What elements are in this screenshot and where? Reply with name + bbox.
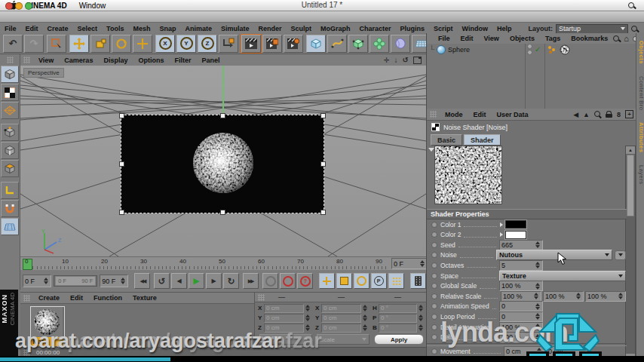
anim-dot[interactable] <box>431 293 437 299</box>
autokey-button[interactable] <box>280 273 296 289</box>
om-menu-file[interactable]: File <box>433 35 455 42</box>
enable-check-icon[interactable]: ✓ <box>535 45 541 54</box>
tab-layers[interactable]: Layers <box>636 161 644 189</box>
add-mograph-button[interactable] <box>370 35 389 53</box>
rot-p-field[interactable]: 0 ° <box>379 314 417 323</box>
workplane-mode-button[interactable] <box>1 102 19 119</box>
relative-scale-x-field[interactable]: 100 % <box>501 291 541 302</box>
mat-menu-create[interactable]: Create <box>33 294 65 302</box>
region-handle[interactable] <box>119 210 124 215</box>
seed-field[interactable]: 665 <box>499 240 543 250</box>
lock-y-axis-button[interactable]: Y <box>176 35 196 53</box>
anim-dot[interactable] <box>431 273 437 279</box>
current-frame-field[interactable]: 0 F <box>391 258 428 269</box>
menu-character[interactable]: Character <box>355 25 396 32</box>
om-menu-bookmarks[interactable]: Bookmarks <box>566 35 613 42</box>
relative-scale-y-field[interactable]: 100 % <box>543 291 584 302</box>
history-forward-icon[interactable]: ▲ <box>583 111 590 118</box>
loop-button[interactable]: ↻ <box>223 273 239 289</box>
region-handle[interactable] <box>119 113 124 118</box>
viewport-label[interactable]: Perspective <box>23 68 64 78</box>
history-back-icon[interactable]: ◀ <box>573 111 578 118</box>
model-mode-button[interactable] <box>1 66 19 83</box>
tab-shader[interactable]: Shader <box>464 134 501 146</box>
expand-triangle-icon[interactable] <box>500 232 503 237</box>
timeline-ruler[interactable]: 0 10 20 30 40 50 60 70 80 90 <box>20 257 388 271</box>
history-list-icon[interactable]: 8 <box>617 111 621 118</box>
next-frame-button[interactable]: ▶ <box>206 273 222 289</box>
render-region[interactable] <box>121 115 324 213</box>
scroll-up-icon[interactable]: ▲ <box>626 146 635 154</box>
mat-menu-texture[interactable]: Texture <box>127 294 162 302</box>
am-menu-userdata[interactable]: User Data <box>492 111 534 118</box>
play-reverse-button[interactable]: ↺ <box>154 273 170 289</box>
global-scale-field[interactable]: 100 % <box>499 281 543 291</box>
previous-frame-button[interactable]: ◀ <box>171 273 187 289</box>
add-cube-object-button[interactable] <box>306 35 326 53</box>
search-commander-icon[interactable] <box>631 26 638 32</box>
coordinate-system-button[interactable] <box>219 35 238 53</box>
region-handle[interactable] <box>320 210 326 215</box>
am-menu-edit[interactable]: Edit <box>468 111 492 118</box>
anim-dot[interactable] <box>431 314 437 320</box>
anim-dot[interactable] <box>431 222 437 228</box>
render-to-picture-viewer-button[interactable] <box>262 35 282 53</box>
anim-dot[interactable] <box>431 242 437 248</box>
color2-swatch[interactable] <box>505 231 526 239</box>
om-menu-view[interactable]: View <box>479 35 504 42</box>
frame-end-field[interactable]: 90 F <box>100 275 128 287</box>
menu-help[interactable]: Help <box>492 25 517 32</box>
new-panel-icon[interactable]: + <box>625 110 633 118</box>
viewport-toggle-icon[interactable] <box>413 57 422 64</box>
menu-window[interactable]: Window <box>458 25 492 32</box>
frame-start-field[interactable]: 0 F <box>23 275 51 287</box>
anim-dot[interactable] <box>431 262 437 268</box>
lock-x-axis-button[interactable]: X <box>155 35 175 53</box>
om-menu-edit[interactable]: Edit <box>455 35 479 42</box>
expand-triangle-icon[interactable] <box>500 222 503 227</box>
om-menu-objects[interactable]: Objects <box>504 35 540 42</box>
visibility-dot-top[interactable] <box>527 44 532 49</box>
tab-attributes[interactable]: Attributes <box>636 118 644 157</box>
am-search-icon[interactable] <box>594 111 601 118</box>
menu-snap[interactable]: Snap <box>155 25 180 32</box>
region-handle[interactable] <box>220 210 225 215</box>
tab-objects[interactable]: Objects <box>636 36 644 69</box>
record-rotation-toggle[interactable] <box>354 273 370 289</box>
menu-mograph[interactable]: MoGraph <box>316 25 355 32</box>
menu-edit[interactable]: Edit <box>21 25 43 32</box>
scale-y-field[interactable]: 0 cm <box>321 314 361 323</box>
scale-tool-button[interactable] <box>90 35 110 53</box>
anim-dot[interactable] <box>431 283 437 289</box>
record-pla-toggle[interactable] <box>388 273 404 289</box>
pos-y-field[interactable]: 0 cm <box>264 314 304 323</box>
am-menu-mode[interactable]: Mode <box>440 111 468 118</box>
live-selection-tool-button[interactable] <box>47 35 66 53</box>
texture-tag-icon[interactable] <box>560 44 570 55</box>
noise-sphere-object[interactable] <box>191 130 256 195</box>
rotate-tool-button[interactable] <box>112 35 131 53</box>
coordinate-space-dropdown[interactable]: World <box>259 334 312 345</box>
play-forward-button[interactable]: ▶ <box>189 273 204 289</box>
noise-type-dropdown[interactable]: Nutous <box>496 250 612 260</box>
region-handle[interactable] <box>220 113 225 118</box>
vp-menu-display[interactable]: Display <box>98 57 133 64</box>
tab-basic[interactable]: Basic <box>431 134 462 146</box>
last-tool-button[interactable] <box>133 35 152 53</box>
transform-mode-dropdown[interactable]: Scale <box>317 334 370 345</box>
polygons-mode-button[interactable] <box>1 160 19 177</box>
anim-dot[interactable] <box>431 303 437 309</box>
anim-dot[interactable] <box>431 334 437 340</box>
material-item[interactable]: Mat <box>30 306 65 348</box>
timeline-filmstrip-button[interactable] <box>410 273 426 289</box>
undo-button[interactable]: ↶ <box>3 35 23 53</box>
menu-simulate[interactable]: Simulate <box>216 25 254 32</box>
color1-swatch[interactable] <box>505 220 526 229</box>
redo-button[interactable]: ↷ <box>24 35 44 53</box>
om-search-icon[interactable] <box>613 35 620 42</box>
region-handle[interactable] <box>119 161 124 167</box>
move-tool-button[interactable] <box>69 35 89 53</box>
menu-create[interactable]: Create <box>43 25 73 32</box>
add-deformer-button[interactable] <box>391 35 410 53</box>
viewport[interactable]: Perspective Y Z <box>20 66 426 256</box>
